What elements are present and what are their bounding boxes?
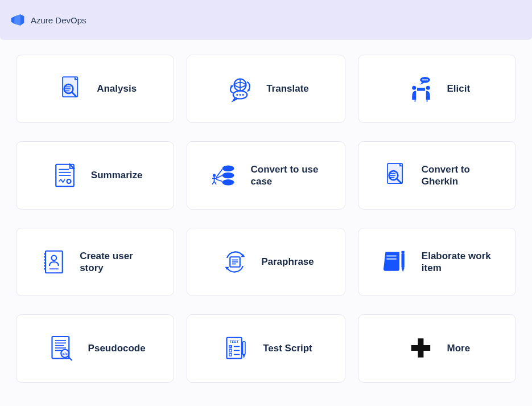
svg-point-49 [44,259,46,261]
svg-point-47 [44,253,46,255]
summarize-icon [48,158,82,192]
svg-point-29 [213,174,216,177]
svg-point-10 [236,94,238,96]
card-label: Summarize [91,169,143,181]
card-grid: Analysis Translate [0,40,532,397]
card-pseudocode[interactable]: </> Pseudocode [16,314,174,383]
svg-point-36 [222,179,234,186]
card-testscript[interactable]: TEST Test Script [187,314,345,383]
userstory-icon [36,245,71,279]
svg-marker-84 [243,355,245,359]
svg-line-39 [216,179,222,182]
svg-text:</>: </> [62,352,68,356]
pseudocode-icon: </> [45,331,79,366]
svg-point-35 [222,173,234,179]
card-translate[interactable]: Translate [187,55,345,123]
card-analysis[interactable]: Analysis [16,55,174,123]
azure-devops-logo-icon [10,13,25,27]
more-icon: ✚ [404,331,438,366]
header-bar: Azure DevOps [0,0,532,40]
card-label: Test Script [263,342,312,354]
card-workitem[interactable]: Elaborate work item [358,228,516,296]
gherkin-icon [378,158,413,192]
card-summarize[interactable]: Summarize [16,141,174,210]
card-more[interactable]: ✚ More [358,314,516,383]
elicit-icon [404,72,438,106]
svg-rect-83 [243,342,245,355]
card-elicit[interactable]: Elicit [358,55,516,123]
svg-rect-81 [229,354,232,356]
card-label: Paraphrase [261,256,314,268]
svg-marker-64 [401,268,404,272]
paraphrase-icon [218,245,252,279]
card-label: More [447,342,471,354]
svg-point-11 [240,94,241,96]
card-paraphrase[interactable]: Paraphrase [187,228,345,296]
card-gherkin[interactable]: Convert to Gherkin [358,141,516,210]
svg-point-18 [412,86,416,90]
svg-point-16 [426,79,428,81]
svg-point-28 [67,179,71,183]
card-label: Create user story [80,250,154,274]
svg-text:TEST: TEST [230,339,239,343]
svg-rect-65 [401,251,404,253]
svg-point-50 [44,262,46,264]
svg-rect-17 [417,88,425,91]
analysis-icon [53,72,88,106]
svg-point-48 [44,256,46,258]
svg-point-20 [426,86,430,90]
card-label: Analysis [97,83,137,95]
svg-point-34 [222,166,234,172]
svg-point-12 [242,94,244,96]
svg-point-53 [52,256,57,261]
translate-icon [223,72,257,106]
workitem-icon [378,245,413,279]
svg-point-15 [424,79,426,81]
brand: Azure DevOps [10,13,86,27]
card-userstory[interactable]: Create user story [16,228,174,296]
svg-rect-63 [401,253,404,268]
svg-point-52 [44,268,46,270]
svg-rect-19 [412,96,416,100]
usecase-icon [207,158,241,192]
svg-rect-21 [426,96,430,100]
card-label: Elaborate work item [422,250,496,274]
card-label: Pseudocode [88,342,146,354]
svg-point-51 [44,265,46,267]
svg-point-14 [422,79,424,81]
svg-rect-79 [229,350,232,352]
card-label: Convert to use case [250,163,324,188]
card-usecase[interactable]: Convert to use case [187,141,345,210]
svg-line-33 [215,182,217,184]
brand-label: Azure DevOps [31,15,86,25]
card-label: Translate [266,83,309,95]
card-label: Convert to Gherkin [422,163,496,188]
testscript-icon: TEST [220,331,254,366]
card-label: Elicit [447,83,471,95]
